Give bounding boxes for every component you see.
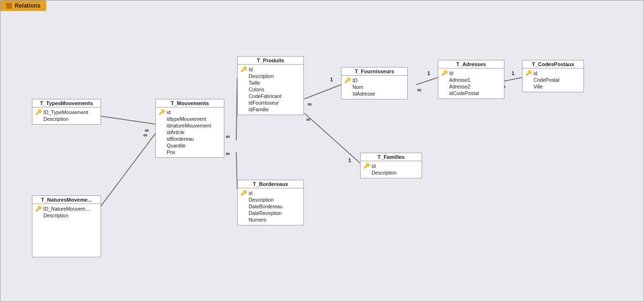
field-idnatureMouvement: idnatureMouvement	[159, 122, 221, 129]
svg-line-0	[94, 115, 155, 124]
field-idCodePostal: idCodePostal	[441, 90, 501, 97]
title-icon	[6, 3, 12, 9]
table-header-T_Fournisseurs: T_Fournisseurs	[342, 68, 407, 76]
key-icon: 🔑	[159, 109, 165, 115]
table-T_Adresses[interactable]: T_Adresses 🔑 Id Adresse1 Adresse2 idCode…	[438, 60, 504, 99]
key-icon: 🔑	[344, 77, 351, 83]
table-header-T_Adresses: T_Adresses	[438, 60, 504, 68]
key-icon: 🔑	[441, 70, 448, 76]
window-title: Relations	[15, 2, 40, 9]
key-icon: 🔑	[363, 163, 370, 169]
table-header-T_Bordereaux: T_Bordereaux	[238, 180, 303, 188]
table-header-T_NaturesMouveme: T_NaturesMoveme...	[32, 196, 101, 204]
main-window: Relations 1 ∞ 1 ∞ ∞ 1 ∞ 1 ∞ 1	[0, 0, 644, 302]
field-ID_TypeMouvement: 🔑 ID_TypeMouvement	[35, 108, 98, 116]
svg-line-18	[416, 78, 438, 85]
svg-text:∞: ∞	[143, 132, 148, 138]
table-header-T_Familles: T_Familles	[361, 153, 422, 161]
field-id-adresses: 🔑 Id	[441, 69, 501, 77]
table-T_TypesMouvements[interactable]: T_TypesMouvements 🔑 ID_TypeMouvement Des…	[32, 99, 101, 125]
svg-text:1: 1	[348, 157, 351, 163]
field-Prix: Prix	[159, 149, 221, 156]
field-idtypeMouvement: idtypeMouvement	[159, 116, 221, 122]
field-DateReception: DateReception	[241, 210, 301, 216]
field-Adresse1: Adresse1	[441, 77, 501, 83]
field-Coloris: Coloris	[241, 86, 301, 93]
svg-text:∞: ∞	[226, 133, 230, 140]
table-T_Bordereaux[interactable]: T_Bordereaux 🔑 id Description DateBorder…	[237, 180, 304, 225]
field-CodeFabricant: CodeFabricant	[241, 93, 301, 99]
svg-text:∞: ∞	[308, 101, 312, 107]
table-header-T_Mouvements: T_Mouvements	[156, 99, 224, 107]
field-id-produits: 🔑 Id	[241, 66, 301, 73]
key-icon: 🔑	[241, 66, 247, 72]
field-idFamille: idFamille	[241, 106, 301, 113]
svg-text:∞: ∞	[145, 127, 149, 134]
field-CodePostal: CodePostal	[525, 77, 581, 83]
svg-text:∞: ∞	[306, 116, 311, 123]
field-id-familles: 🔑 Id	[363, 162, 419, 169]
title-bar: Relations	[0, 0, 46, 11]
svg-text:1: 1	[330, 77, 333, 82]
field-Description-prod: Description	[241, 73, 301, 79]
key-icon: 🔑	[241, 190, 247, 196]
field-id-mouv: 🔑 id	[159, 108, 221, 116]
svg-line-12	[304, 85, 341, 99]
table-T_CodesPostaux[interactable]: T_CodesPostaux 🔑 id CodePostal Ville	[522, 60, 584, 92]
svg-text:1: 1	[427, 70, 430, 76]
field-DateBordereau: DateBordereau	[241, 203, 301, 210]
table-header-T_Produits: T_Produits	[238, 57, 303, 65]
table-T_Produits[interactable]: T_Produits 🔑 Id Description Taille Color…	[237, 56, 304, 115]
key-icon: 🔑	[35, 109, 42, 115]
table-T_Mouvements[interactable]: T_Mouvements 🔑 id idtypeMouvement idnatu…	[155, 99, 224, 158]
field-Numero: Numero	[241, 216, 301, 223]
field-idArticle: idArticle	[159, 129, 221, 136]
field-IdAdresse: IdAdresse	[344, 90, 404, 97]
svg-line-3	[94, 134, 155, 215]
svg-text:∞: ∞	[417, 87, 422, 93]
field-Nom: Nom	[344, 84, 404, 90]
field-ID_NatureMouvem: 🔑 ID_NatureMouvem...	[35, 205, 98, 212]
field-Description: Description	[35, 116, 98, 122]
svg-text:1: 1	[512, 70, 514, 76]
table-header-T_CodesPostaux: T_CodesPostaux	[523, 60, 584, 68]
svg-line-21	[503, 78, 522, 81]
key-icon: 🔑	[35, 205, 42, 212]
svg-text:∞: ∞	[226, 150, 230, 157]
svg-line-15	[304, 113, 360, 163]
table-T_NaturesMouveme[interactable]: T_NaturesMoveme... 🔑 ID_NatureMouvem... …	[32, 195, 101, 257]
field-Description-bord: Description	[241, 196, 301, 203]
field-id-codes: 🔑 id	[525, 69, 581, 77]
field-Adresse2: Adresse2	[441, 83, 501, 90]
table-T_Fournisseurs[interactable]: T_Fournisseurs 🔑 ID Nom IdAdresse	[341, 67, 408, 99]
field-Description-fam: Description	[363, 169, 419, 176]
field-idBordereau: idBordereau	[159, 136, 221, 142]
field-id-bordereaux: 🔑 id	[241, 189, 301, 196]
field-Ville: Ville	[525, 83, 581, 90]
relations-svg: 1 ∞ 1 ∞ ∞ 1 ∞ 1 ∞ 1 ∞ 1 ∞ 1	[0, 11, 644, 302]
field-Description2: Description	[35, 212, 98, 219]
table-T_Familles[interactable]: T_Familles 🔑 Id Description	[360, 153, 422, 178]
field-Quantite: Quantite	[159, 142, 221, 149]
field-Taille: Taille	[241, 79, 301, 86]
canvas: 1 ∞ 1 ∞ ∞ 1 ∞ 1 ∞ 1 ∞ 1 ∞ 1	[0, 11, 644, 302]
field-idFournisseur: idFournisseur	[241, 99, 301, 106]
table-header-T_TypesMouvements: T_TypesMouvements	[32, 99, 101, 107]
key-icon: 🔑	[525, 70, 532, 76]
field-ID-fourn: 🔑 ID	[344, 77, 404, 84]
